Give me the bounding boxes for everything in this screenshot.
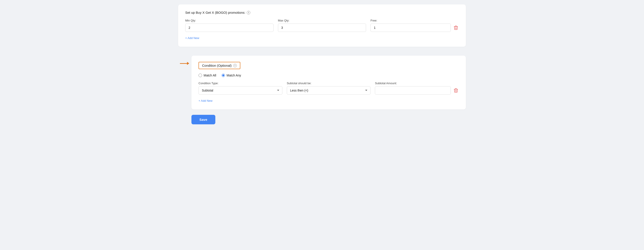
min-qty-label: Min Qty: [185,19,274,22]
save-label-text: Save [200,118,207,121]
subtotal-amount-input[interactable] [375,86,451,95]
condition-add-new-button[interactable]: + Add New [198,98,212,103]
save-button-wrapper: Save [192,115,466,124]
condition-type-field: Condition Type: Subtotal Quantity Produc… [198,82,282,95]
match-all-label-text: Match All [204,74,216,77]
condition-section: Condition (Optional) ℹ Match All Match A… [192,56,466,110]
condition-type-label: Condition Type: [198,82,282,85]
condition-add-new-label: + Add New [198,99,212,102]
bogo-fields-row: Min Qty: Max Qty: Free: [185,19,459,32]
condition-fields-row: Condition Type: Subtotal Quantity Produc… [198,82,459,95]
bogo-title-text: Set up Buy X Get X (BOGO) promotions: [185,11,246,15]
free-label: Free: [370,19,459,22]
free-field-with-delete [370,24,459,32]
subtotal-amount-field: Subtotal Amount: [375,82,459,95]
arrow-line [180,63,187,64]
subtotal-delete-button[interactable] [453,87,459,94]
bogo-card: Set up Buy X Get X (BOGO) promotions: ℹ … [178,5,466,47]
arrow-indicator [180,62,189,65]
free-delete-button[interactable] [453,25,459,31]
match-any-radio-label[interactable]: Match Any [222,74,241,77]
match-any-radio[interactable] [222,74,225,77]
match-all-radio[interactable] [198,74,202,77]
min-qty-field: Min Qty: [185,19,274,32]
condition-header: Condition (Optional) ℹ [198,62,459,69]
subtotal-should-be-select[interactable]: Less then (<) Greater than (>) Equal to … [287,86,371,95]
page-wrapper: Set up Buy X Get X (BOGO) promotions: ℹ … [178,5,466,124]
condition-title-text: Condition (Optional) [202,64,232,67]
condition-title-box: Condition (Optional) ℹ [198,62,240,69]
condition-type-select[interactable]: Subtotal Quantity Product [198,86,282,95]
condition-card: Condition (Optional) ℹ Match All Match A… [192,56,466,110]
save-button[interactable]: Save [192,115,215,124]
trash-icon-condition [454,88,458,93]
trash-icon [454,26,458,30]
bogo-info-icon: ℹ [247,11,250,15]
subtotal-amount-field-with-delete [375,86,459,95]
min-qty-input[interactable] [185,24,274,32]
match-radio-group: Match All Match Any [198,74,459,77]
free-input[interactable] [370,24,451,32]
bogo-add-new-button[interactable]: + Add New [185,36,199,41]
max-qty-label: Max Qty: [278,19,366,22]
subtotal-should-be-label: Subtotal should be: [287,82,371,85]
match-any-label-text: Match Any [226,74,241,77]
subtotal-amount-label: Subtotal Amount: [375,82,459,85]
bogo-title: Set up Buy X Get X (BOGO) promotions: ℹ [185,11,459,15]
free-field: Free: [370,19,459,32]
bogo-add-new-label: + Add New [185,36,199,40]
arrow-head [187,62,189,65]
condition-info-icon: ℹ [233,64,237,67]
subtotal-should-be-field: Subtotal should be: Less then (<) Greate… [287,82,371,95]
match-all-radio-label[interactable]: Match All [198,74,216,77]
max-qty-field: Max Qty: [278,19,366,32]
max-qty-input[interactable] [278,24,366,32]
